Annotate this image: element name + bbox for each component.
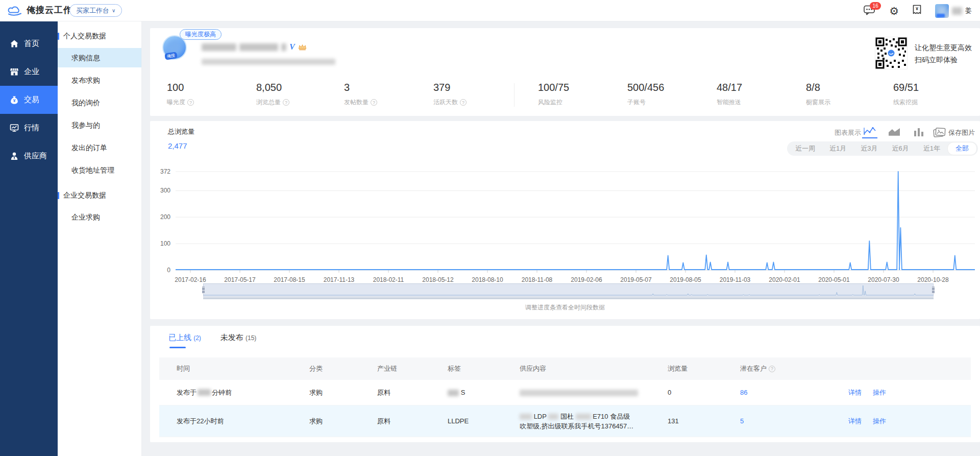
- cell-content: LDP 国杜 E710 食品级 吹塑级,挤出级联系我手机号1376457…: [520, 412, 668, 431]
- content-blurred: [520, 390, 638, 396]
- tab-unpublished[interactable]: 未发布 (15): [220, 333, 257, 343]
- submenu-section-personal: 个人交易数据: [58, 31, 141, 42]
- detail-link[interactable]: 详情: [848, 417, 862, 426]
- submenu-item-address-mgmt[interactable]: 收货地址管理: [58, 160, 141, 180]
- chart-title: 总浏览量: [168, 127, 194, 136]
- chevron-down-icon: ∨: [112, 8, 115, 13]
- cell-views: 0: [668, 389, 740, 396]
- help-icon[interactable]: ?: [769, 366, 775, 372]
- submenu-item-participated[interactable]: 我参与的: [58, 115, 141, 135]
- submenu-item-post-purchase[interactable]: 发布求购: [58, 70, 141, 90]
- exposure-badge: 曝光度极高: [180, 29, 222, 40]
- y-tick-label: 100: [160, 240, 170, 247]
- sidebar-item-company[interactable]: 企业: [0, 58, 58, 86]
- x-tick-label: 2020-07-30: [868, 276, 899, 283]
- listings-card: 已上线 (2) 未发布 (15) 时间 分类 产业链 标签 供应内容 浏览量 潜…: [150, 326, 980, 442]
- sidebar-item-trade[interactable]: ¥ 交易: [0, 86, 58, 114]
- svg-text:¥: ¥: [13, 98, 16, 103]
- chart-type-area-button[interactable]: [887, 125, 902, 138]
- help-icon[interactable]: ?: [371, 99, 377, 106]
- leads-link[interactable]: 5: [740, 417, 744, 425]
- stat-posts: 3 发帖数量?: [344, 82, 377, 107]
- y-tick-label: 200: [160, 213, 170, 221]
- chart-type-bar-button[interactable]: [912, 125, 927, 138]
- submenu-item-my-inquiry[interactable]: 我的询价: [58, 93, 141, 112]
- user-name-blurred: [952, 7, 962, 15]
- sidebar-item-home[interactable]: 首页: [0, 30, 58, 58]
- name-blurred: [239, 43, 278, 51]
- stat-total-views: 8,050 浏览总量?: [256, 82, 289, 107]
- area-chart-icon: [888, 127, 900, 136]
- x-tick-label: 2019-02-06: [571, 276, 602, 283]
- notifications-button[interactable]: 16: [864, 5, 876, 16]
- main-content: 俺搜 曝光度极高 V 100 曝光度? 8,050 浏览总量? 3 发帖数量?: [142, 21, 980, 456]
- x-tick-label: 2020-05-01: [818, 276, 849, 283]
- operate-link[interactable]: 操作: [873, 388, 886, 397]
- x-tick-label: 2017-05-17: [224, 276, 255, 283]
- sidebar-item-market[interactable]: 行情: [0, 114, 58, 142]
- range-1month[interactable]: 近1月: [822, 142, 853, 155]
- stat-subaccounts: 500/456 子账号: [627, 82, 664, 107]
- profile-subtitle: [202, 57, 335, 66]
- listing-tabs: 已上线 (2) 未发布 (15): [168, 333, 256, 343]
- datazoom-slider[interactable]: [203, 283, 934, 297]
- user-menu[interactable]: 姜: [935, 4, 972, 18]
- svg-text:¥: ¥: [916, 6, 918, 11]
- billing-button[interactable]: ¥: [912, 5, 922, 17]
- x-tick-label: 2020-10-28: [917, 276, 948, 283]
- help-icon[interactable]: ?: [283, 99, 289, 106]
- section-bar: [58, 192, 59, 199]
- tab-online[interactable]: 已上线 (2): [168, 333, 201, 343]
- gear-icon: ⚙: [889, 5, 899, 17]
- x-tick-label: 2019-08-05: [670, 276, 701, 283]
- cell-chain: 原料: [377, 417, 448, 426]
- money-bag-icon: ¥: [10, 95, 19, 105]
- line-chart-icon: [864, 127, 876, 136]
- crown-icon: [298, 44, 307, 51]
- x-tick-label: 2017-02-16: [175, 276, 206, 283]
- workspace-switcher[interactable]: 买家工作台 ∨: [69, 4, 122, 17]
- detail-link[interactable]: 详情: [848, 388, 862, 397]
- range-all[interactable]: 全部: [947, 142, 977, 155]
- time-range-selector: 近一周 近1月 近3月 近6月 近1年 全部: [787, 141, 978, 156]
- primary-sidebar: 首页 企业 ¥ 交易 行情: [0, 21, 58, 456]
- tag-blurred: [448, 390, 459, 396]
- range-1year[interactable]: 近1年: [916, 142, 947, 155]
- settings-button[interactable]: ⚙: [889, 6, 899, 16]
- submenu-item-purchase-info[interactable]: 求购信息: [58, 48, 141, 67]
- person-icon: [10, 152, 19, 160]
- help-icon[interactable]: ?: [460, 99, 467, 106]
- operate-link[interactable]: 操作: [873, 417, 886, 426]
- save-image-button[interactable]: 保存图片: [933, 127, 975, 138]
- notification-badge: 16: [870, 2, 881, 10]
- stat-risk: 100/75 风险监控: [538, 82, 569, 107]
- chart-type-line-button[interactable]: [862, 125, 877, 138]
- bar-chart-icon: [914, 127, 925, 136]
- range-3months[interactable]: 近3月: [853, 142, 885, 155]
- profile-card: 俺搜 曝光度极高 V 100 曝光度? 8,050 浏览总量? 3 发帖数量?: [150, 28, 980, 116]
- receipt-yuan-icon: ¥: [912, 5, 922, 15]
- slider-handle-left[interactable]: [201, 284, 206, 296]
- cell-time: 发布于22小时前: [159, 417, 309, 426]
- cell-content: [520, 389, 668, 396]
- submenu-item-sent-orders[interactable]: 发出的订单: [58, 138, 141, 157]
- range-6months[interactable]: 近6月: [885, 142, 916, 155]
- stat-showcase: 8/8 橱窗展示: [806, 82, 830, 107]
- chart-total-value: 2,477: [168, 141, 187, 150]
- subtitle-blurred: [202, 59, 335, 65]
- x-tick-label: 2017-11-13: [324, 276, 355, 283]
- qr-caption: 让化塑生意更高效 扫码立即体验: [915, 41, 972, 66]
- stat-exposure: 100 曝光度?: [167, 82, 194, 107]
- stat-leads-mining: 69/51 线索挖掘: [893, 82, 919, 107]
- x-tick-label: 2018-02-11: [373, 276, 404, 283]
- submenu-item-enterprise-purchase[interactable]: 企业求购: [58, 207, 141, 227]
- slider-sparkline: [204, 284, 933, 296]
- sidebar-item-supplier[interactable]: 供应商: [0, 142, 58, 170]
- range-week[interactable]: 近一周: [788, 142, 822, 155]
- help-icon[interactable]: ?: [187, 99, 194, 106]
- slider-caption: 调整进度条查看全时间段数据: [150, 303, 980, 312]
- y-tick-label: 0: [167, 267, 170, 274]
- leads-link[interactable]: 86: [740, 389, 747, 396]
- slider-handle-right[interactable]: [931, 284, 936, 296]
- section-bar: [58, 33, 59, 40]
